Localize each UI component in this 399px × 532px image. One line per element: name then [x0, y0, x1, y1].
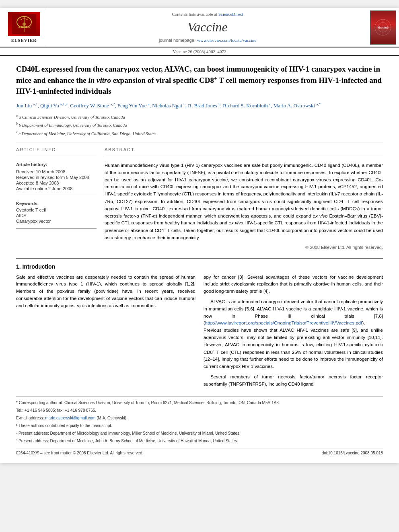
divider-thick [16, 258, 383, 259]
abstract-heading: ABSTRACT [105, 147, 383, 152]
intro-body: Safe and effective vaccines are desperat… [16, 274, 383, 391]
footer-bottom: 0264-410X/$ – see front matter © 2008 El… [16, 448, 383, 455]
svg-point-3 [23, 23, 26, 26]
info-abstract-section: ARTICLE INFO Article history: Received 1… [16, 147, 383, 251]
note2: ² Present address: Department of Microbi… [16, 430, 383, 436]
tel-note: Tel.: +1 416 946 5805; fax: +1 416 978 8… [16, 407, 383, 413]
footer-col-left: * Corresponding author at: Clinical Scie… [16, 400, 383, 446]
authors-line: Jun Liu a,1, Qigui Yu a,1,3, Geoffrey W.… [16, 101, 383, 110]
sciencedirect-line: Contents lists available at ScienceDirec… [172, 12, 243, 16]
journal-header: ELSEVIER Contents lists available at Sci… [0, 8, 399, 47]
keyword-1: Cytotoxic T cell [16, 207, 97, 212]
journal-homepage: journal homepage: www.elsevier.com/locat… [159, 36, 256, 43]
keyword-2: AIDS [16, 213, 97, 218]
article-info-col: ARTICLE INFO Article history: Received 1… [16, 147, 97, 251]
abstract-text: Human immunodeficiency virus type 1 (HIV… [105, 162, 383, 242]
issn-line: 0264-410X/$ – see front matter © 2008 El… [16, 451, 143, 455]
footer-notes: * Corresponding author at: Clinical Scie… [16, 396, 383, 446]
elsevier-logo-image [8, 12, 40, 36]
divider-bottom-left [16, 228, 97, 229]
copyright-line: © 2008 Elsevier Ltd. All rights reserved… [105, 245, 383, 250]
corresponding-author-note: * Corresponding author at: Clinical Scie… [16, 400, 383, 406]
journal-title-area: Contents lists available at ScienceDirec… [48, 8, 367, 47]
received-date: Received 10 March 2008 [16, 169, 97, 174]
journal-url[interactable]: www.elsevier.com/locate/vaccine [197, 38, 256, 43]
history-label: Article history: [16, 162, 97, 167]
section-title: 1. Introduction [16, 263, 383, 270]
divider-1 [16, 142, 383, 142]
author-email[interactable]: mario.ostrowski@gmail.com [45, 416, 95, 420]
alvac-link[interactable]: http://www.iavireport.org/specials/Ongoi… [205, 320, 362, 325]
divider-abstract [105, 157, 383, 157]
vaccine-cover-image: Vaccine [370, 10, 396, 45]
divider-info [16, 157, 97, 157]
divider-keywords [16, 196, 97, 196]
intro-col-right: apy for cancer [3]. Several advantages o… [204, 274, 383, 391]
available-date: Available online 2 June 2008 [16, 186, 97, 191]
journal-reference: Vaccine 26 (2008) 4062–4072 [0, 47, 399, 56]
journal-cover: Vaccine [367, 8, 399, 47]
keyword-3: Canarypox vector [16, 219, 97, 224]
accepted-date: Accepted 8 May 2008 [16, 181, 97, 185]
email-note: E-mail address: mario.ostrowski@gmail.co… [16, 415, 383, 421]
article-info-heading: ARTICLE INFO [16, 147, 97, 152]
introduction-section: 1. Introduction Safe and effective vacci… [16, 263, 383, 391]
journal-name: Vaccine [187, 20, 228, 35]
note3: ³ Present address: Department of Medicin… [16, 438, 383, 444]
elsevier-logo-container: ELSEVIER [0, 8, 48, 47]
doi-line: doi:10.1016/j.vaccine.2008.05.018 [322, 451, 383, 455]
note1: ¹ These authors contributed equally to t… [16, 423, 383, 429]
elsevier-wordmark: ELSEVIER [8, 38, 40, 43]
article-title: CD40L expressed from the canarypox vecto… [16, 64, 383, 97]
sciencedirect-link[interactable]: ScienceDirect [218, 12, 243, 16]
intro-col-left: Safe and effective vaccines are desperat… [16, 274, 195, 391]
abstract-col: ABSTRACT Human immunodeficiency virus ty… [105, 147, 383, 251]
affiliations: a a Clinical Sciences Division, Universi… [16, 113, 383, 137]
received-revised-date: Received in revised form 5 May 2008 [16, 175, 97, 180]
keywords-label: Keywords: [16, 201, 97, 206]
